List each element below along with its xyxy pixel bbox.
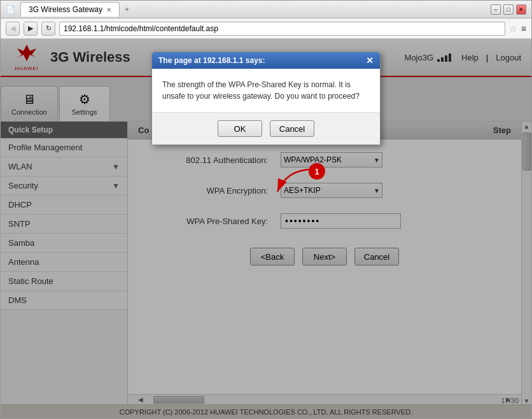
back-button[interactable]: ◀ <box>6 22 20 36</box>
new-tab-btn[interactable]: + <box>125 5 129 14</box>
dialog-overlay: The page at 192.168.1.1 says: ✕ The stre… <box>1 39 531 418</box>
title-bar: 📄 3G Wireless Gateway ✕ + – □ ✕ <box>1 1 531 18</box>
dialog-body: The strength of the WPA Pre-Shared Key i… <box>152 69 380 112</box>
dialog-message: The strength of the WPA Pre-Shared Key i… <box>162 79 370 102</box>
dialog-close-button[interactable]: ✕ <box>366 55 374 66</box>
arrow-annotation: 1 <box>274 163 325 203</box>
tab-title: 3G Wireless Gateway <box>29 5 102 14</box>
tab-close-icon[interactable]: ✕ <box>106 6 111 13</box>
forward-button[interactable]: ▶ <box>24 22 38 36</box>
arrow-svg <box>274 163 325 201</box>
menu-icon[interactable]: ≡ <box>521 24 526 34</box>
reload-button[interactable]: ↻ <box>41 22 55 36</box>
dialog-box: The page at 192.168.1.1 says: ✕ The stre… <box>151 52 381 145</box>
window-controls: – □ ✕ <box>491 4 526 15</box>
maximize-button[interactable]: □ <box>503 4 514 15</box>
browser-tab[interactable]: 3G Wireless Gateway ✕ <box>20 2 120 17</box>
step-number-badge: 1 <box>309 163 325 180</box>
browser-window: 📄 3G Wireless Gateway ✕ + – □ ✕ ◀ ▶ ↻ ☆ … <box>0 0 532 419</box>
dialog-titlebar: The page at 192.168.1.1 says: ✕ <box>152 52 380 69</box>
dialog-cancel-button[interactable]: Cancel <box>270 120 314 137</box>
minimize-button[interactable]: – <box>491 4 501 15</box>
dialog-ok-button[interactable]: OK <box>218 120 262 137</box>
close-button[interactable]: ✕ <box>516 4 526 15</box>
page-icon: 📄 <box>6 5 15 14</box>
dialog-title: The page at 192.168.1.1 says: <box>158 56 265 65</box>
url-input[interactable] <box>59 22 505 36</box>
title-bar-left: 📄 3G Wireless Gateway ✕ + <box>6 2 129 17</box>
bookmark-icon[interactable]: ☆ <box>509 24 517 34</box>
page-content: HUAWEI 3G Wireless Mojo3G Help | <box>1 39 531 418</box>
address-bar: ◀ ▶ ↻ ☆ ≡ <box>1 18 531 39</box>
dialog-buttons: OK Cancel <box>152 112 380 145</box>
